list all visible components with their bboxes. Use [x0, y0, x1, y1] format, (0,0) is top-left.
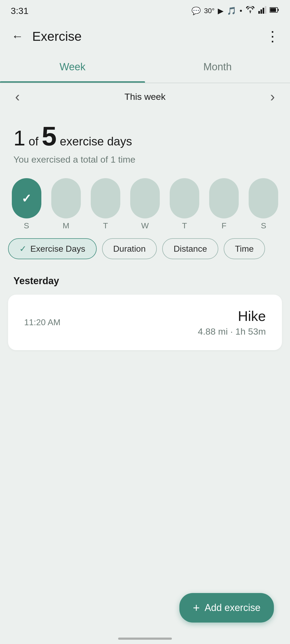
day-item-0: S — [12, 178, 41, 230]
bottom-indicator — [118, 638, 172, 640]
week-navigator: This week — [0, 83, 290, 110]
exercise-card-left: 11:20 AM — [24, 317, 60, 327]
filter-exercise-days-label: Exercise Days — [30, 244, 85, 254]
filter-time[interactable]: Time — [224, 238, 265, 259]
stats-section: 1 of 5 exercise days You exercised a tot… — [0, 110, 290, 170]
day-label-5: F — [222, 221, 226, 230]
day-label-2: T — [103, 221, 108, 230]
day-label-3: W — [141, 221, 149, 230]
filter-distance[interactable]: Distance — [162, 238, 218, 259]
messenger-icon: 💬 — [191, 6, 201, 15]
day-circle-4 — [170, 178, 199, 218]
filter-row: ✓ Exercise Days Duration Distance Time — [0, 233, 290, 265]
day-circle-5 — [209, 178, 239, 218]
week-title: This week — [124, 92, 165, 102]
svg-rect-3 — [265, 6, 266, 14]
filter-duration[interactable]: Duration — [102, 238, 157, 259]
svg-rect-6 — [278, 9, 279, 11]
add-exercise-button[interactable]: + Add exercise — [179, 593, 274, 623]
exercise-details: 4.88 mi · 1h 53m — [198, 326, 266, 337]
media-icon: 🎵 — [227, 6, 236, 15]
day-label-0: S — [24, 221, 29, 230]
stats-count: 1 of 5 exercise days — [13, 121, 277, 152]
plus-icon: + — [193, 601, 200, 614]
fab-label: Add exercise — [205, 602, 260, 613]
day-label-4: T — [182, 221, 187, 230]
back-arrow-icon — [12, 30, 23, 43]
bottom-bar — [0, 633, 290, 644]
battery-icon — [270, 6, 279, 15]
day-item-6: S — [249, 178, 278, 230]
check-icon: ✓ — [19, 244, 27, 254]
day-circle-3 — [130, 178, 160, 218]
status-bar: 3:31 💬 30° ▶ 🎵 • — [0, 0, 290, 21]
filter-duration-label: Duration — [113, 244, 146, 254]
day-circle-6 — [249, 178, 278, 218]
stats-subtitle: You exercised a total of 1 time — [13, 154, 277, 165]
next-week-icon — [270, 89, 275, 105]
wifi-icon — [245, 6, 255, 16]
day-circle-0 — [12, 178, 41, 218]
page-title: Exercise — [32, 29, 263, 44]
filter-time-label: Time — [235, 244, 254, 254]
day-item-5: F — [209, 178, 239, 230]
stats-of: of — [29, 135, 39, 148]
svg-rect-2 — [263, 8, 264, 14]
section-yesterday: Yesterday — [0, 265, 290, 292]
status-time: 3:31 — [11, 6, 28, 16]
prev-week-button[interactable] — [8, 87, 27, 106]
signal-icon — [258, 6, 266, 16]
day-label-1: M — [63, 221, 69, 230]
svg-rect-5 — [270, 8, 276, 12]
filter-exercise-days[interactable]: ✓ Exercise Days — [8, 238, 97, 259]
days-row: S M T W T F S — [0, 170, 290, 233]
app-header: Exercise — [0, 21, 290, 51]
day-label-6: S — [261, 221, 266, 230]
tab-month[interactable]: Month — [145, 51, 290, 83]
more-options-button[interactable] — [263, 27, 282, 46]
day-circle-2 — [91, 178, 120, 218]
back-button[interactable] — [8, 27, 27, 46]
temperature-icon: 30° — [204, 7, 215, 15]
day-circle-1 — [51, 178, 81, 218]
day-item-3: W — [130, 178, 160, 230]
stats-unit: exercise days — [60, 135, 132, 148]
filter-distance-label: Distance — [173, 244, 207, 254]
exercise-card-right: Hike 4.88 mi · 1h 53m — [198, 308, 266, 337]
youtube-icon: ▶ — [218, 6, 224, 15]
status-icons: 💬 30° ▶ 🎵 • — [191, 6, 279, 16]
day-item-2: T — [91, 178, 120, 230]
exercise-name: Hike — [198, 308, 266, 324]
next-week-button[interactable] — [263, 87, 282, 106]
svg-rect-0 — [258, 11, 260, 14]
notification-icon: • — [240, 6, 242, 15]
stats-current: 1 — [13, 126, 26, 151]
tab-bar: Week Month — [0, 51, 290, 83]
stats-goal: 5 — [42, 121, 57, 152]
day-item-1: M — [51, 178, 81, 230]
day-item-4: T — [170, 178, 199, 230]
exercise-time: 11:20 AM — [24, 317, 60, 327]
prev-week-icon — [15, 89, 20, 105]
more-dots-icon — [266, 28, 280, 44]
exercise-card-hike[interactable]: 11:20 AM Hike 4.88 mi · 1h 53m — [8, 295, 282, 350]
svg-rect-1 — [260, 9, 262, 14]
tab-week[interactable]: Week — [0, 51, 145, 83]
